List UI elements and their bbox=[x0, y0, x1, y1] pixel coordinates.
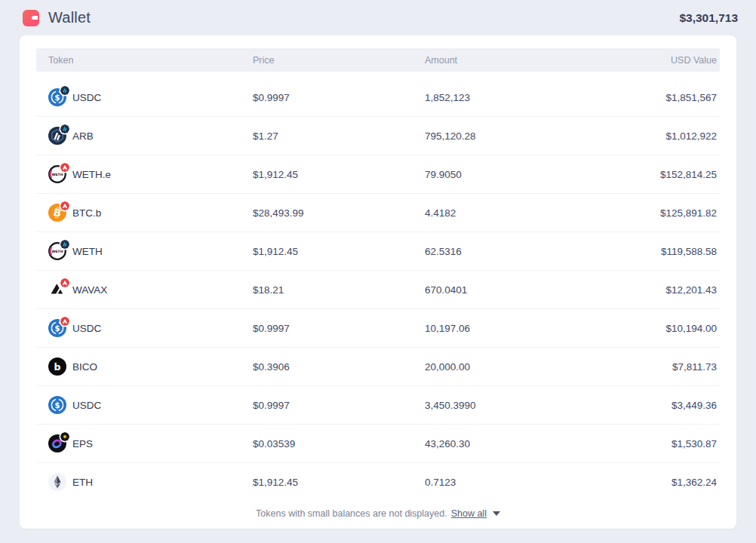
token-usd-value: $10,194.00 bbox=[606, 323, 717, 334]
wallet-total-usd: $3,301,713 bbox=[679, 11, 738, 25]
token-usd-value: $1,012,922 bbox=[606, 130, 717, 142]
arbitrum-badge bbox=[60, 124, 69, 133]
arbitrum-badge bbox=[60, 86, 69, 95]
token-price: $1.27 bbox=[253, 130, 425, 142]
token-usd-value: $7,811.73 bbox=[606, 361, 717, 373]
token-cell: b BICO bbox=[48, 357, 253, 376]
token-cell: ETH bbox=[48, 473, 253, 491]
token-price: $1,912.45 bbox=[253, 169, 425, 180]
token-amount: 43,260.30 bbox=[425, 438, 606, 449]
eth-icon bbox=[48, 482, 66, 493]
svg-text:$: $ bbox=[55, 401, 60, 410]
token-price: $1,912.45 bbox=[253, 477, 425, 488]
table-row: $ USDC $0.9997 10,197.06 $10,194.00 bbox=[36, 309, 720, 348]
token-name: WETH.e bbox=[72, 169, 111, 180]
table-row: WETH WETH $1,912.45 62.5316 $119,588.58 bbox=[36, 232, 720, 271]
avalanche-badge bbox=[60, 278, 69, 287]
table-row: EPS $0.03539 43,260.30 $1,530.87 bbox=[36, 425, 720, 463]
column-header-amount: Amount bbox=[425, 55, 606, 66]
token-cell: ARB bbox=[48, 127, 253, 145]
usdc-icon: $ bbox=[48, 97, 66, 109]
svg-text:WETH: WETH bbox=[51, 250, 63, 253]
token-amount: 3,450.3990 bbox=[425, 400, 606, 411]
token-amount: 670.0401 bbox=[425, 284, 606, 296]
page-title: Wallet bbox=[48, 9, 91, 26]
token-amount: 4.4182 bbox=[425, 207, 606, 219]
token-usd-value: $1,362.24 bbox=[606, 477, 717, 488]
wallet-icon bbox=[23, 10, 39, 26]
arb-icon bbox=[48, 136, 66, 147]
avalanche-badge bbox=[60, 201, 69, 210]
token-usd-value: $1,851,567 bbox=[606, 92, 717, 103]
token-name: USDC bbox=[72, 92, 101, 103]
token-usd-value: $119,588.58 bbox=[606, 246, 717, 257]
token-price: $1,912.45 bbox=[253, 246, 425, 257]
token-name: WETH bbox=[72, 246, 103, 257]
token-table-body: $ USDC $0.9997 1,852,123 $1,851,567 ARB … bbox=[36, 78, 720, 501]
app-header: Wallet $3,301,713 bbox=[0, 0, 756, 35]
token-usd-value: $152,814.25 bbox=[606, 169, 717, 180]
token-amount: 10,197.06 bbox=[425, 323, 606, 334]
token-name: USDC bbox=[72, 323, 101, 334]
token-cell: WETH WETH.e bbox=[48, 165, 253, 183]
token-price: $18.21 bbox=[253, 284, 425, 296]
token-cell: $ USDC bbox=[48, 396, 253, 414]
table-row: B BTC.b $28,493.99 4.4182 $125,891.82 bbox=[36, 194, 720, 232]
usdc-icon: $ bbox=[48, 405, 66, 416]
token-amount: 0.7123 bbox=[425, 477, 606, 488]
table-row: WETH WETH.e $1,912.45 79.9050 $152,814.2… bbox=[36, 155, 720, 194]
btc-icon: B bbox=[48, 213, 66, 224]
table-row: WAVAX $18.21 670.0401 $12,201.43 bbox=[36, 271, 720, 309]
table-row: b BICO $0.3906 20,000.00 $7,811.73 bbox=[36, 348, 720, 386]
token-cell: $ USDC bbox=[48, 319, 253, 337]
token-name: BICO bbox=[72, 361, 97, 373]
token-cell: $ USDC bbox=[48, 88, 253, 106]
arbitrum-badge bbox=[60, 240, 69, 249]
table-footer: Tokens with small balances are not displ… bbox=[36, 501, 720, 526]
weth-icon: WETH bbox=[48, 174, 66, 186]
avalanche-badge bbox=[60, 163, 69, 172]
token-usd-value: $12,201.43 bbox=[606, 284, 717, 296]
token-price: $0.9997 bbox=[253, 400, 425, 411]
column-header-usd-value: USD Value bbox=[606, 55, 717, 66]
token-name: WAVAX bbox=[72, 284, 107, 296]
table-row: ARB $1.27 795,120.28 $1,012,922 bbox=[36, 117, 720, 155]
bico-icon: b bbox=[48, 367, 66, 378]
svg-text:b: b bbox=[54, 361, 61, 373]
usdc-icon: $ bbox=[48, 328, 66, 339]
token-usd-value: $1,530.87 bbox=[606, 438, 717, 449]
token-cell: EPS bbox=[48, 434, 253, 452]
table-row: $ USDC $0.9997 3,450.3990 $3,449.36 bbox=[36, 386, 720, 425]
svg-text:WETH: WETH bbox=[51, 173, 63, 176]
token-amount: 20,000.00 bbox=[425, 361, 606, 373]
token-usd-value: $3,449.36 bbox=[606, 400, 717, 411]
column-header-token: Token bbox=[48, 55, 253, 66]
token-price: $0.9997 bbox=[253, 323, 425, 334]
token-price: $0.9997 bbox=[253, 92, 425, 103]
token-name: ARB bbox=[72, 130, 94, 142]
token-name: EPS bbox=[72, 438, 93, 449]
table-row: $ USDC $0.9997 1,852,123 $1,851,567 bbox=[36, 78, 720, 117]
token-price: $0.03539 bbox=[253, 438, 425, 449]
token-price: $0.3906 bbox=[253, 361, 425, 373]
token-amount: 79.9050 bbox=[425, 169, 606, 180]
caret-down-icon[interactable] bbox=[493, 511, 500, 516]
token-name: USDC bbox=[72, 400, 101, 411]
wallet-panel: Token Price Amount USD Value $ USDC $0.9… bbox=[20, 35, 736, 529]
table-header: Token Price Amount USD Value bbox=[36, 48, 720, 72]
avalanche-badge bbox=[60, 317, 69, 326]
token-name: BTC.b bbox=[72, 207, 101, 219]
token-cell: WETH WETH bbox=[48, 242, 253, 260]
token-amount: 795,120.28 bbox=[425, 130, 606, 142]
bsc-badge bbox=[60, 432, 69, 441]
token-cell: WAVAX bbox=[48, 281, 253, 299]
token-name: ETH bbox=[72, 477, 93, 488]
token-usd-value: $125,891.82 bbox=[606, 207, 717, 219]
svg-text:$: $ bbox=[55, 324, 60, 333]
token-amount: 1,852,123 bbox=[425, 92, 606, 103]
wavax-icon bbox=[48, 290, 66, 301]
token-cell: B BTC.b bbox=[48, 204, 253, 222]
table-row: ETH $1,912.45 0.7123 $1,362.24 bbox=[36, 463, 720, 501]
token-price: $28,493.99 bbox=[253, 207, 425, 219]
show-all-link[interactable]: Show all bbox=[451, 508, 487, 519]
